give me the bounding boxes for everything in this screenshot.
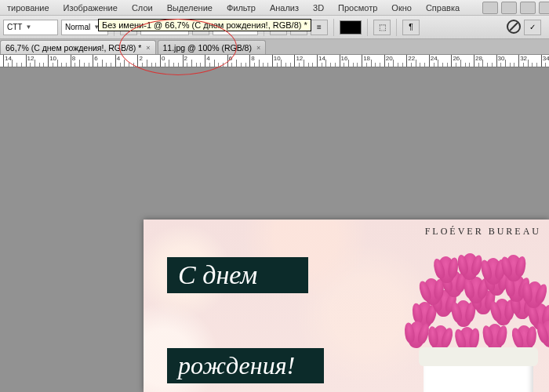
text-color-swatch[interactable] xyxy=(340,20,362,34)
flower-bouquet xyxy=(392,247,549,392)
ruler-label: 26 xyxy=(453,55,460,62)
doc-tab-1[interactable]: 66,7% (С днем рождения!, RGB/8) * × xyxy=(0,40,156,54)
document-tab-bar: 66,7% (С днем рождения!, RGB/8) * × 11.j… xyxy=(0,39,549,55)
launch-bridge-icon[interactable] xyxy=(482,2,498,14)
arrange-docs-icon[interactable] xyxy=(520,2,536,14)
close-icon[interactable]: × xyxy=(146,44,150,52)
vase xyxy=(424,357,533,392)
ruler-label: 8 xyxy=(251,55,254,62)
brand-text: FLOÉVER BUREAU xyxy=(425,226,549,238)
menu-analysis[interactable]: Анализ xyxy=(263,3,306,13)
text-layer-2[interactable]: рождения! xyxy=(167,348,324,383)
ruler-label: 10 xyxy=(49,55,56,62)
ruler-label: 12 xyxy=(296,55,303,62)
ruler-label: 18 xyxy=(363,55,370,62)
character-panel-icon[interactable]: ¶ xyxy=(402,20,420,35)
ruler-label: 2 xyxy=(139,55,142,62)
ruler-label: 0 xyxy=(162,55,165,62)
close-icon[interactable]: × xyxy=(256,44,260,52)
cancel-icon[interactable] xyxy=(507,20,521,34)
ruler-label: 16 xyxy=(341,55,348,62)
doc-tab-label: 66,7% (С днем рождения!, RGB/8) * xyxy=(5,43,141,53)
ruler-label: 10 xyxy=(274,55,281,62)
ruler-label: 24 xyxy=(431,55,438,62)
ruler-label: 4 xyxy=(117,55,120,62)
ruler-label: 6 xyxy=(94,55,97,62)
ruler-label: 4 xyxy=(206,55,209,62)
horizontal-ruler[interactable]: 1412108642024681012141618202224262830323… xyxy=(0,55,549,67)
menu-help[interactable]: Справка xyxy=(419,3,467,13)
ruler-label: 20 xyxy=(386,55,393,62)
align-right-icon[interactable]: ≡ xyxy=(311,20,328,35)
ruler-label: 32 xyxy=(520,55,527,62)
warp-text-icon[interactable]: ⬚ xyxy=(373,20,391,35)
document-tooltip: Без имени-1 @ 66,7% (С днем рождения!, R… xyxy=(98,19,311,31)
screen-mode-icon[interactable] xyxy=(539,2,549,14)
ruler-label: 6 xyxy=(229,55,232,62)
menu-select[interactable]: Выделение xyxy=(160,3,220,13)
ruler-label: 14 xyxy=(5,55,12,62)
menu-filter[interactable]: Фильтр xyxy=(220,3,263,13)
ruler-label: 2 xyxy=(184,55,187,62)
menu-view[interactable]: Просмотр xyxy=(331,3,384,13)
doc-tab-label: 11.jpg @ 100% (RGB/8) xyxy=(163,43,252,53)
canvas-area[interactable]: FLOÉVER BUREAU С днем рождения! xyxy=(0,67,549,392)
ruler-label: 12 xyxy=(27,55,35,62)
menu-image[interactable]: Изображение xyxy=(56,3,125,13)
ruler-label: 14 xyxy=(318,55,325,62)
document-canvas[interactable]: FLOÉVER BUREAU С днем рождения! xyxy=(144,220,549,392)
doc-tab-2[interactable]: 11.jpg @ 100% (RGB/8) × xyxy=(158,40,267,54)
ruler-label: 30 xyxy=(498,55,505,62)
ruler-label: 8 xyxy=(72,55,75,62)
menu-bar: тирование Изображение Слои Выделение Фил… xyxy=(0,0,549,16)
menu-3d[interactable]: 3D xyxy=(306,3,331,13)
text-layer-1[interactable]: С днем xyxy=(167,257,308,293)
menu-edit[interactable]: тирование xyxy=(0,3,56,13)
font-family-dropdown[interactable]: CTT▼ xyxy=(3,20,58,35)
ruler-label: 28 xyxy=(475,55,482,62)
ruler-label: 34 xyxy=(543,55,549,62)
menu-layers[interactable]: Слои xyxy=(125,3,160,13)
ruler-label: 22 xyxy=(408,55,415,62)
commit-icon[interactable]: ✓ xyxy=(524,20,541,35)
view-extras-icon[interactable] xyxy=(501,2,517,14)
menu-window[interactable]: Окно xyxy=(384,3,419,13)
